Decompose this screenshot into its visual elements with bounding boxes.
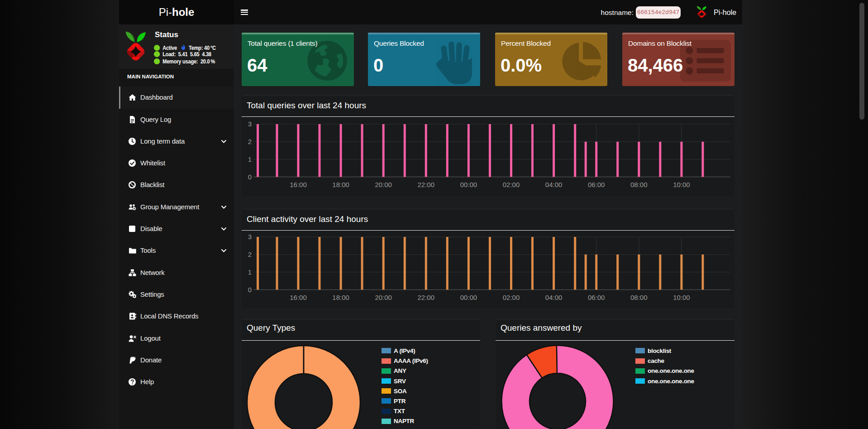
svg-text:16:00: 16:00 xyxy=(290,181,307,188)
svg-text:20:00: 20:00 xyxy=(375,181,392,188)
svg-text:1: 1 xyxy=(248,268,252,276)
svg-text:10:00: 10:00 xyxy=(673,181,690,188)
svg-text:02:00: 02:00 xyxy=(503,294,520,301)
svg-text:02:00: 02:00 xyxy=(503,181,520,188)
svg-text:00:00: 00:00 xyxy=(460,294,477,301)
svg-text:08:00: 08:00 xyxy=(630,181,648,188)
svg-text:22:00: 22:00 xyxy=(418,294,435,301)
svg-text:0: 0 xyxy=(248,173,252,181)
svg-text:06:00: 06:00 xyxy=(588,294,605,301)
svg-text:22:00: 22:00 xyxy=(418,181,435,188)
svg-text:06:00: 06:00 xyxy=(588,181,605,188)
svg-text:3: 3 xyxy=(248,233,252,241)
svg-text:16:00: 16:00 xyxy=(290,294,307,301)
svg-text:20:00: 20:00 xyxy=(375,294,392,301)
svg-text:3: 3 xyxy=(248,120,252,128)
svg-text:18:00: 18:00 xyxy=(332,181,349,188)
svg-text:04:00: 04:00 xyxy=(545,181,563,188)
svg-text:0: 0 xyxy=(248,286,252,294)
svg-text:04:00: 04:00 xyxy=(545,294,563,301)
svg-text:08:00: 08:00 xyxy=(630,294,648,301)
svg-text:18:00: 18:00 xyxy=(332,294,349,301)
svg-text:2: 2 xyxy=(248,251,252,258)
svg-text:2: 2 xyxy=(248,138,252,145)
svg-text:1: 1 xyxy=(248,155,252,163)
svg-text:00:00: 00:00 xyxy=(460,181,477,188)
svg-text:10:00: 10:00 xyxy=(673,294,690,301)
